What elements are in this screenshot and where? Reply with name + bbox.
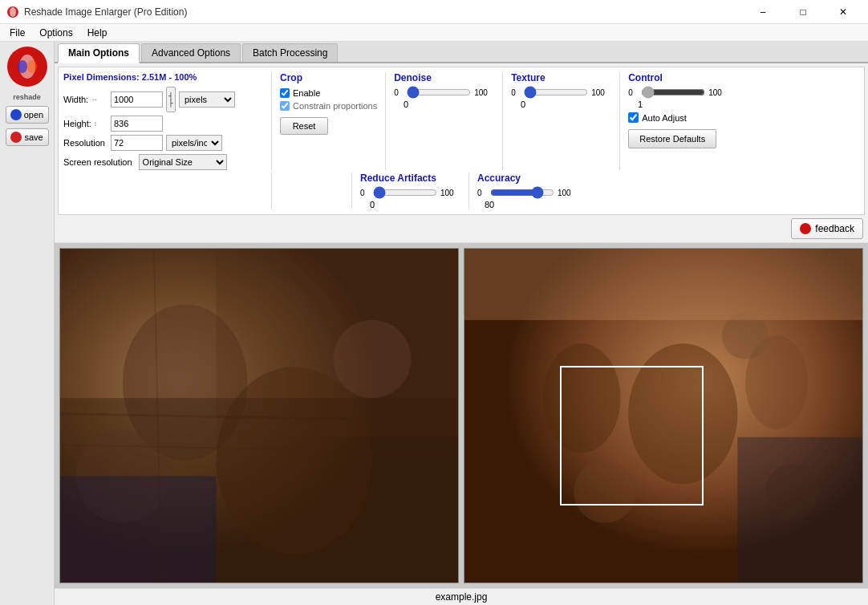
control-slider[interactable]	[641, 87, 705, 98]
accuracy-title: Accuracy	[477, 173, 578, 184]
control-max: 100	[708, 88, 728, 97]
second-slider-row: Reduce Artifacts 0 100 0 Accuracy 0 100 …	[58, 173, 865, 215]
close-button[interactable]: ✕	[825, 0, 862, 24]
options-panel: Pixel Dimensions: 2.51M - 100% Width: ↔ …	[58, 67, 865, 176]
denoise-value: 0	[394, 99, 418, 109]
svg-point-19	[628, 343, 737, 484]
denoise-title: Denoise	[394, 72, 494, 83]
denoise-slider[interactable]	[407, 87, 471, 98]
control-slider-row: 0 100	[628, 87, 732, 98]
accuracy-slider-row: 0 100	[477, 187, 578, 198]
tab-main-options[interactable]: Main Options	[58, 43, 140, 63]
filename-bar: example.jpg	[55, 588, 868, 605]
auto-adjust-checkbox[interactable]	[628, 112, 639, 123]
denoise-min: 0	[394, 88, 404, 97]
auto-adjust-row: Auto Adjust	[628, 112, 732, 123]
logo-icon	[11, 51, 43, 83]
height-input[interactable]	[111, 116, 163, 132]
height-arrows-icon: ↕	[94, 120, 98, 128]
feedback-icon	[800, 223, 811, 234]
image-area	[55, 243, 868, 588]
accuracy-value: 80	[477, 200, 501, 209]
crop-title: Crop	[280, 72, 377, 83]
denoise-max: 100	[474, 88, 494, 97]
spacer-crop	[280, 173, 352, 209]
right-image	[464, 249, 862, 583]
accuracy-max: 100	[558, 189, 578, 197]
control-value: 1	[628, 99, 652, 109]
crop-reset-button[interactable]: Reset	[280, 117, 328, 135]
left-image	[60, 249, 458, 583]
left-image-panel	[59, 248, 459, 583]
minimize-button[interactable]: –	[744, 0, 781, 24]
texture-section: Texture 0 100 0	[511, 72, 620, 170]
crop-enable-label: Enable	[293, 88, 320, 98]
resolution-input[interactable]	[111, 135, 163, 151]
res-unit-select[interactable]: pixels/inch pixels/cm	[166, 135, 222, 151]
screen-select[interactable]: Original Size 1024x768 1280x1024 1920x10…	[139, 154, 227, 170]
logo-text: reshade	[13, 93, 41, 101]
svg-point-20	[542, 343, 620, 453]
tabs-bar: Main Options Advanced Options Batch Proc…	[55, 42, 868, 63]
texture-title: Texture	[511, 72, 611, 83]
reduce-artifacts-slider[interactable]	[373, 187, 437, 198]
filename-label: example.jpg	[436, 591, 488, 603]
svg-rect-13	[217, 249, 458, 437]
control-section: Control 0 100 1 Auto Adjust Restore Defa…	[628, 72, 732, 170]
link-proportions-icon[interactable]: ┤ ├	[166, 87, 176, 112]
maximize-button[interactable]: □	[785, 0, 821, 24]
height-label: Height: ↕	[63, 119, 107, 128]
pixel-dimensions-title: Pixel Dimensions: 2.51M - 100%	[63, 72, 263, 82]
auto-adjust-label: Auto Adjust	[642, 113, 687, 123]
tab-advanced-options[interactable]: Advanced Options	[141, 43, 241, 62]
open-label: open	[24, 110, 43, 120]
right-image-panel	[464, 248, 863, 583]
menu-file[interactable]: File	[3, 26, 31, 40]
resolution-label: Resolution	[63, 138, 107, 148]
reduce-artifacts-min: 0	[360, 189, 370, 197]
spacer-pixel	[63, 173, 272, 209]
denoise-slider-row: 0 100	[394, 87, 494, 98]
texture-slider-row: 0 100	[511, 87, 611, 98]
constrain-label: Constrain proportions	[293, 101, 377, 111]
svg-point-23	[574, 461, 636, 523]
content-area: Main Options Advanced Options Batch Proc…	[55, 42, 868, 605]
menu-options[interactable]: Options	[33, 26, 79, 40]
texture-max: 100	[591, 88, 611, 97]
menu-bar: File Options Help	[0, 24, 868, 42]
texture-slider[interactable]	[524, 87, 588, 98]
accuracy-min: 0	[477, 189, 487, 197]
app-icon	[6, 6, 19, 18]
reduce-artifacts-slider-row: 0 100	[360, 187, 460, 198]
screen-label: Screen resolution	[63, 157, 132, 167]
svg-rect-14	[60, 476, 217, 583]
feedback-label: feedback	[815, 223, 854, 234]
width-input[interactable]	[111, 91, 163, 108]
pixel-dimensions-section: Pixel Dimensions: 2.51M - 100% Width: ↔ …	[63, 72, 272, 170]
sidebar: reshade open save	[0, 42, 55, 605]
feedback-button[interactable]: feedback	[791, 218, 863, 239]
open-button[interactable]: open	[6, 106, 49, 124]
restore-defaults-button[interactable]: Restore Defaults	[628, 129, 716, 148]
screen-resolution-row: Screen resolution Original Size 1024x768…	[63, 154, 263, 170]
constrain-checkbox[interactable]	[280, 101, 290, 111]
width-arrows-icon: ↔	[91, 95, 98, 104]
title-bar-controls: – □ ✕	[744, 0, 862, 24]
app-title: Reshade Image Enlarger (Pro Edition)	[24, 6, 187, 18]
reduce-artifacts-title: Reduce Artifacts	[360, 173, 460, 184]
texture-value: 0	[511, 99, 535, 109]
unit-select[interactable]: pixels inches cm	[179, 91, 235, 108]
open-icon	[10, 109, 22, 120]
tab-batch-processing[interactable]: Batch Processing	[242, 43, 338, 62]
accuracy-slider[interactable]	[490, 187, 554, 198]
menu-help[interactable]: Help	[81, 26, 114, 40]
constrain-row: Constrain proportions	[280, 101, 377, 111]
height-row: Height: ↕	[63, 116, 263, 132]
texture-min: 0	[511, 88, 521, 97]
crop-enable-checkbox[interactable]	[280, 88, 290, 98]
save-label: save	[24, 132, 43, 142]
reduce-artifacts-section: Reduce Artifacts 0 100 0	[360, 173, 469, 209]
svg-point-1	[10, 7, 16, 17]
app-body: reshade open save Main Options Advanced …	[0, 42, 868, 605]
save-button[interactable]: save	[6, 128, 49, 146]
